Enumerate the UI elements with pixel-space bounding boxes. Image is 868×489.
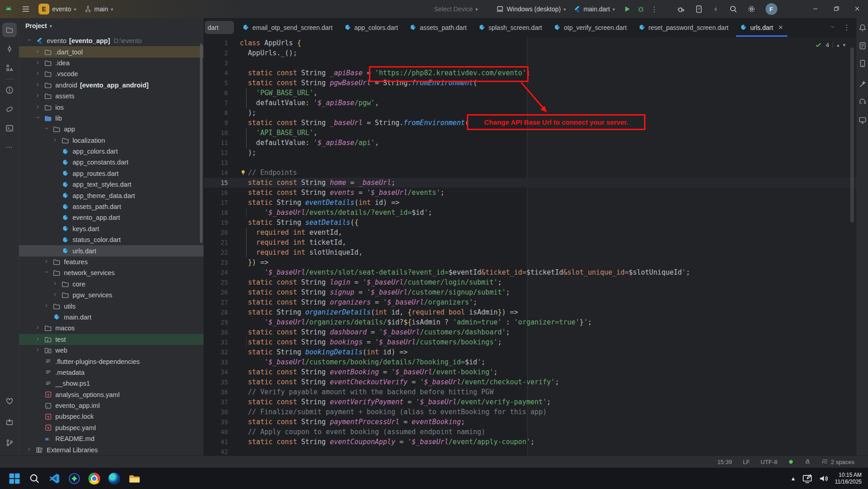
editor-scrollbar[interactable] bbox=[850, 48, 854, 223]
commit-icon[interactable] bbox=[2, 42, 17, 56]
build-package-icon[interactable] bbox=[2, 415, 17, 429]
tree-item-pubspec.yaml[interactable]: Ypubspec.yaml bbox=[19, 422, 204, 433]
encoding-widget[interactable]: UTF-8 bbox=[761, 459, 777, 465]
tree-item-app_routes.dart[interactable]: app_routes.dart bbox=[19, 168, 204, 179]
chevron-right-icon[interactable] bbox=[36, 82, 44, 88]
tree-item-External Libraries[interactable]: External Libraries bbox=[19, 444, 204, 455]
chevron-right-icon[interactable] bbox=[36, 348, 44, 353]
tab-app_colors.dart[interactable]: app_colors.dart bbox=[339, 18, 404, 37]
tree-item-assets_path.dart[interactable]: assets_path.dart bbox=[19, 201, 204, 212]
project-tree-scrollbar[interactable] bbox=[200, 44, 203, 243]
tree-item-test[interactable]: test bbox=[19, 334, 204, 345]
line-ending-widget[interactable]: LF bbox=[743, 459, 750, 465]
chevron-right-icon[interactable] bbox=[27, 447, 35, 453]
tree-item-evento_app.iml[interactable]: evento_app.iml bbox=[19, 400, 204, 411]
hidden-tabs-chevron-icon[interactable] bbox=[830, 25, 836, 30]
tree-item-assets[interactable]: assets bbox=[19, 91, 204, 102]
terminal-icon[interactable] bbox=[2, 121, 17, 136]
chevron-right-icon[interactable] bbox=[44, 259, 53, 265]
tree-item-.dart_tool[interactable]: .dart_tool bbox=[19, 46, 204, 57]
running-devices-icon[interactable] bbox=[857, 115, 868, 126]
project-folder-icon[interactable] bbox=[2, 23, 17, 37]
app-quality-insights-icon[interactable] bbox=[857, 79, 868, 90]
tree-item-android[interactable]: android[evento_app_android] bbox=[19, 80, 204, 91]
tab-options-icon[interactable]: ⋮ bbox=[843, 23, 850, 32]
flutter-performance-icon[interactable] bbox=[2, 394, 17, 408]
chevron-right-icon[interactable] bbox=[53, 292, 61, 298]
device-manager-icon[interactable] bbox=[857, 58, 868, 69]
tree-item-core[interactable]: core bbox=[19, 279, 204, 290]
taskbar-clock[interactable]: 10:15 AM 11/16/2025 bbox=[835, 472, 862, 485]
tree-item-web[interactable]: web bbox=[19, 345, 204, 356]
tree-item-app[interactable]: app bbox=[19, 124, 204, 135]
indent-widget[interactable]: 2 spaces bbox=[822, 459, 854, 465]
more-tools-icon[interactable]: ⋯ bbox=[2, 140, 17, 155]
problems-icon[interactable] bbox=[2, 83, 17, 97]
chevron-down-icon[interactable] bbox=[44, 126, 53, 132]
chevron-down-icon[interactable] bbox=[36, 116, 44, 121]
close-button[interactable] bbox=[847, 0, 868, 18]
tree-item-analysis_options.yaml[interactable]: Yanalysis_options.yaml bbox=[19, 389, 204, 400]
tree-item-pubspec.lock[interactable]: Ypubspec.lock bbox=[19, 411, 204, 422]
chevron-right-icon[interactable] bbox=[36, 93, 44, 99]
tab-reset_password_screen.dart[interactable]: reset_password_screen.dart bbox=[633, 18, 735, 37]
tree-item-pgw_services[interactable]: pgw_services bbox=[19, 290, 204, 300]
target-device-dropdown[interactable]: Windows (desktop) ▾ bbox=[492, 2, 570, 16]
project-widget[interactable]: E evento ▾ bbox=[34, 2, 80, 16]
main-menu-button[interactable] bbox=[17, 2, 34, 16]
chevron-right-icon[interactable] bbox=[36, 325, 44, 331]
tree-item-app_constants.dart[interactable]: app_constants.dart bbox=[19, 157, 204, 168]
chevron-down-icon[interactable] bbox=[27, 38, 35, 44]
chrome-icon[interactable] bbox=[84, 469, 104, 489]
tree-item-.flutter-plugins-dependencies[interactable]: .flutter-plugins-dependencies bbox=[19, 356, 204, 367]
volume-icon[interactable] bbox=[819, 474, 829, 484]
tree-item-utils[interactable]: utils bbox=[19, 300, 204, 311]
services-icon[interactable] bbox=[2, 102, 17, 116]
tree-item-localization[interactable]: localization bbox=[19, 135, 204, 146]
tab-email_otp_send_screen.dart[interactable]: email_otp_send_screen.dart bbox=[237, 18, 339, 37]
tab-otp_verify_screen.dart[interactable]: otp_verify_screen.dart bbox=[548, 18, 633, 37]
search-everywhere-icon[interactable] bbox=[729, 5, 737, 13]
tree-item-app_text_styles.dart[interactable]: app_text_styles.dart bbox=[19, 179, 204, 190]
tree-item-.vscode[interactable]: .vscode bbox=[19, 68, 204, 79]
chevron-right-icon[interactable] bbox=[44, 304, 53, 309]
run-config-dropdown[interactable]: main.dart ▾ bbox=[570, 2, 619, 16]
tab-assets_path.dart[interactable]: assets_path.dart bbox=[404, 18, 473, 37]
chevron-right-icon[interactable] bbox=[36, 105, 44, 110]
tab-urls.dart[interactable]: urls.dart✕ bbox=[734, 18, 789, 37]
inspection-widget[interactable]: 4 ▴ ▾ bbox=[815, 41, 845, 48]
taskbar-search-icon[interactable] bbox=[24, 469, 44, 489]
device-select-dropdown[interactable]: Select Device ▾ bbox=[430, 2, 482, 16]
caret-position-widget[interactable]: 15:39 bbox=[717, 459, 732, 465]
tree-item-keys.dart[interactable]: keys.dart bbox=[19, 223, 204, 234]
chevron-right-icon[interactable] bbox=[36, 49, 44, 55]
gradle-icon[interactable] bbox=[857, 97, 868, 107]
more-actions-button[interactable]: ⋮ bbox=[651, 5, 659, 14]
tab-clipped[interactable]: dart bbox=[205, 21, 234, 34]
chevron-right-icon[interactable] bbox=[36, 60, 44, 66]
tree-item-ios[interactable]: ios bbox=[19, 102, 204, 112]
run-button[interactable] bbox=[624, 5, 631, 13]
pen-display-icon[interactable] bbox=[802, 474, 812, 484]
chevron-right-icon[interactable] bbox=[36, 71, 44, 77]
next-problem-icon[interactable]: ▾ bbox=[843, 42, 846, 48]
browser-icon[interactable] bbox=[104, 469, 124, 489]
tree-item-README.md[interactable]: M↓README.md bbox=[19, 433, 204, 444]
analysis-status-icon[interactable] bbox=[788, 459, 794, 465]
minimize-button[interactable] bbox=[805, 0, 826, 18]
git-branch-icon[interactable] bbox=[2, 436, 17, 450]
hidden-icons-chevron[interactable]: ▲ bbox=[790, 475, 796, 482]
chevron-right-icon[interactable] bbox=[53, 138, 61, 143]
chevron-right-icon[interactable] bbox=[36, 337, 44, 342]
restore-button[interactable] bbox=[826, 0, 847, 18]
vscode-icon[interactable] bbox=[44, 469, 64, 489]
intention-bulb-icon[interactable] bbox=[240, 169, 247, 176]
tree-item-__show.ps1[interactable]: __show.ps1 bbox=[19, 378, 204, 389]
file-explorer-icon[interactable] bbox=[124, 469, 144, 489]
settings-gear-icon[interactable] bbox=[747, 5, 756, 13]
tree-item-.metadata[interactable]: .metadata bbox=[19, 367, 204, 378]
dart-rocket-icon[interactable] bbox=[805, 459, 811, 465]
attach-debugger-icon[interactable] bbox=[677, 5, 685, 13]
tree-item-app_theme_data.dart[interactable]: app_theme_data.dart bbox=[19, 190, 204, 201]
debug-button[interactable] bbox=[637, 5, 645, 13]
